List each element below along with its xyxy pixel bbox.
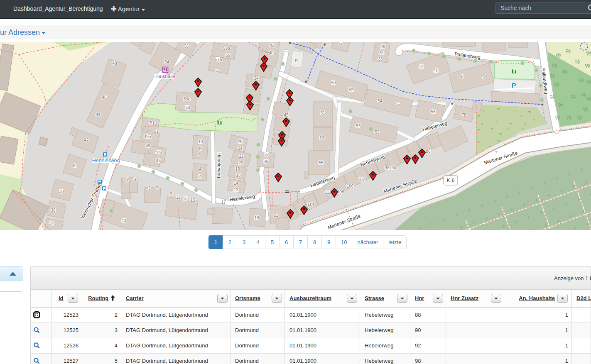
svg-text:3: 3: [134, 177, 136, 182]
svg-text:11: 11: [176, 195, 181, 200]
svg-text:55: 55: [319, 161, 324, 165]
svg-text:24: 24: [238, 146, 243, 151]
svg-text:22: 22: [239, 154, 244, 159]
svg-text:49: 49: [145, 144, 150, 148]
svg-text:19: 19: [254, 215, 259, 220]
svg-text:114: 114: [307, 202, 314, 207]
svg-text:9: 9: [170, 192, 172, 196]
svg-text:13: 13: [183, 196, 188, 201]
svg-text:43: 43: [121, 218, 126, 223]
svg-text:10: 10: [198, 139, 203, 144]
svg-text:112: 112: [325, 190, 331, 195]
svg-text:48: 48: [112, 61, 117, 66]
svg-text:31: 31: [379, 51, 384, 55]
svg-text:54: 54: [378, 99, 383, 103]
svg-text:94: 94: [391, 166, 396, 170]
svg-text:54: 54: [164, 60, 169, 64]
svg-text:10: 10: [434, 68, 439, 73]
svg-text:44: 44: [96, 112, 101, 117]
svg-text:6: 6: [199, 153, 201, 157]
svg-text:59a: 59a: [223, 46, 230, 51]
svg-text:51a: 51a: [150, 121, 157, 125]
svg-text:51: 51: [154, 129, 159, 134]
svg-text:47: 47: [156, 159, 161, 163]
svg-text:18: 18: [235, 167, 240, 171]
svg-text:38: 38: [59, 189, 64, 194]
svg-text:34: 34: [254, 76, 259, 81]
svg-text:40: 40: [72, 164, 77, 168]
svg-text:8: 8: [461, 74, 463, 79]
svg-text:78: 78: [461, 113, 466, 117]
svg-text:36: 36: [51, 208, 56, 213]
svg-text:12: 12: [419, 64, 424, 69]
svg-text:5: 5: [148, 186, 151, 191]
svg-text:7: 7: [156, 186, 158, 191]
svg-text:106: 106: [347, 184, 354, 188]
svg-text:16: 16: [236, 173, 241, 178]
svg-text:Hebelerweg: Hebelerweg: [217, 152, 222, 178]
svg-text:12: 12: [233, 188, 238, 192]
svg-text:51: 51: [320, 111, 325, 115]
svg-text:57a: 57a: [215, 57, 222, 62]
svg-text:P: P: [294, 58, 297, 63]
svg-text:1: 1: [126, 177, 128, 182]
svg-text:57: 57: [215, 68, 220, 73]
svg-text:96: 96: [385, 166, 390, 170]
svg-text:56: 56: [395, 102, 400, 107]
svg-text:53a: 53a: [184, 97, 191, 101]
svg-text:29: 29: [380, 44, 385, 49]
svg-text:58: 58: [431, 110, 436, 114]
svg-text:2: 2: [340, 42, 343, 46]
svg-text:8: 8: [199, 147, 201, 151]
svg-text:20: 20: [238, 161, 243, 165]
svg-text:56: 56: [184, 44, 189, 49]
svg-text:53: 53: [185, 105, 190, 110]
svg-text:Trinkhalle: Trinkhalle: [154, 74, 175, 79]
svg-text:26: 26: [238, 139, 243, 144]
svg-text:4: 4: [199, 167, 201, 171]
svg-text:59: 59: [375, 130, 380, 134]
svg-text:K 6: K 6: [447, 178, 455, 183]
svg-text:108: 108: [337, 190, 344, 194]
svg-text:42: 42: [84, 138, 89, 142]
svg-text:102: 102: [358, 177, 365, 182]
svg-text:49a: 49a: [144, 134, 151, 139]
svg-text:P: P: [511, 82, 516, 90]
svg-text:33: 33: [378, 57, 383, 61]
svg-text:40: 40: [269, 51, 274, 55]
svg-text:Hebelerweg: Hebelerweg: [92, 158, 120, 164]
svg-text:45: 45: [284, 113, 289, 117]
svg-text:2: 2: [199, 174, 201, 179]
svg-text:57: 57: [356, 124, 360, 128]
svg-text:86: 86: [426, 149, 431, 154]
svg-text:42: 42: [270, 43, 275, 48]
svg-text:14: 14: [233, 181, 238, 186]
svg-text:17: 17: [221, 200, 226, 205]
svg-text:53: 53: [319, 136, 324, 140]
svg-text:6: 6: [480, 76, 483, 81]
svg-text:37: 37: [264, 152, 269, 157]
svg-text:15: 15: [190, 198, 195, 203]
svg-text:21: 21: [273, 213, 278, 217]
svg-text:46: 46: [102, 95, 107, 100]
svg-text:52: 52: [348, 88, 353, 92]
svg-text:47a: 47a: [156, 150, 163, 155]
svg-text:59: 59: [226, 53, 231, 58]
svg-text:34: 34: [49, 221, 54, 226]
svg-text:35: 35: [263, 159, 268, 164]
svg-text:50: 50: [331, 81, 336, 85]
